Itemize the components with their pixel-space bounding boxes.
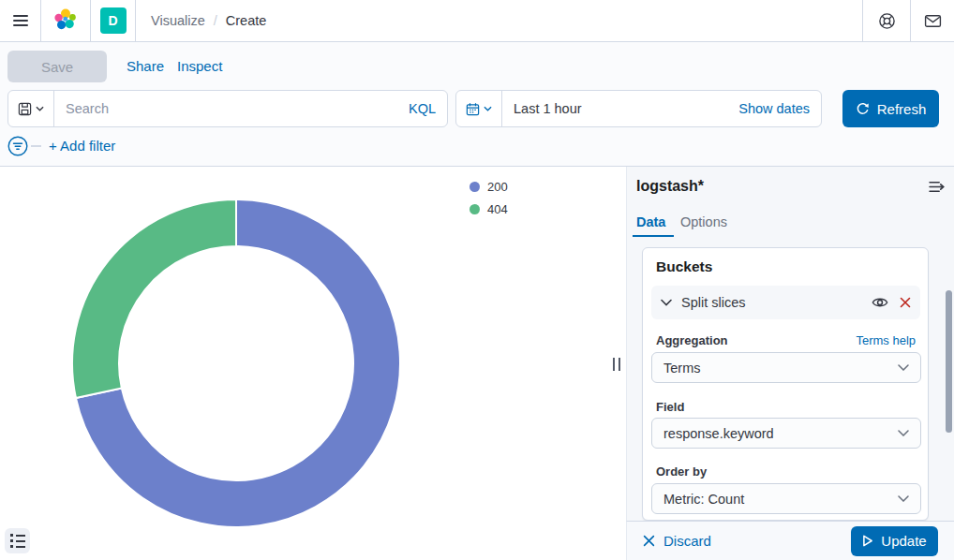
space-switcher[interactable]: D (91, 0, 135, 41)
query-language-button[interactable]: KQL (397, 101, 447, 116)
menu-right-icon (929, 179, 945, 195)
index-pattern-title: logstash* (636, 178, 704, 195)
buckets-card: Buckets Split slices A (642, 247, 929, 521)
share-button[interactable]: Share (127, 58, 164, 74)
chevron-down-icon (898, 364, 909, 371)
refresh-label: Refresh (877, 101, 927, 117)
tab-data[interactable]: Data (636, 214, 665, 229)
home-logo-button[interactable] (41, 0, 90, 41)
aggregation-value: Terms (663, 361, 700, 376)
search-input[interactable] (54, 101, 397, 116)
legend-item-404[interactable]: 404 (470, 202, 508, 216)
newsfeed-button[interactable] (911, 0, 954, 41)
list-icon (10, 534, 25, 548)
save-button[interactable]: Save (7, 51, 107, 82)
saved-query-menu-button[interactable] (8, 91, 54, 126)
filter-icon (7, 136, 28, 156)
discard-label: Discard (663, 533, 711, 549)
field-label: Field (656, 400, 684, 414)
panel-scrollbar[interactable] (946, 290, 952, 433)
close-icon (900, 297, 911, 308)
breadcrumb-separator: / (214, 13, 217, 28)
menu-button[interactable] (0, 0, 40, 41)
legend-label-404: 404 (487, 202, 508, 216)
panel-footer: Discard Update (626, 521, 954, 560)
add-filter-button[interactable]: + Add filter (49, 138, 115, 154)
play-icon (862, 535, 873, 547)
divider (135, 0, 136, 41)
config-panel: logstash* Data Options Buckets Split sli… (626, 167, 954, 521)
breadcrumb-visualize[interactable]: Visualize (151, 13, 205, 28)
legend-label-200: 200 (487, 180, 508, 194)
query-bar: KQL (7, 90, 448, 127)
legend-item-200[interactable]: 200 (470, 180, 508, 194)
split-slices-accordion[interactable]: Split slices (651, 286, 920, 319)
split-slices-label: Split slices (681, 295, 872, 310)
chevron-down-icon (898, 430, 909, 436)
update-label: Update (881, 533, 926, 549)
eye-icon (872, 296, 888, 309)
refresh-button[interactable]: Refresh (842, 90, 939, 127)
calendar-icon (466, 102, 480, 116)
quick-time-menu-button[interactable] (456, 91, 502, 126)
collapse-panel-button[interactable] (929, 179, 945, 198)
aggregation-label: Aggregation (656, 333, 728, 347)
tab-options[interactable]: Options (680, 214, 727, 229)
buckets-heading: Buckets (656, 258, 712, 275)
legend-toggle-button[interactable] (5, 528, 30, 553)
field-value: response.keyword (663, 426, 774, 441)
chevron-down-icon (484, 106, 492, 111)
field-select[interactable]: response.keyword (651, 418, 921, 449)
space-avatar: D (100, 7, 127, 34)
refresh-icon (856, 102, 870, 116)
legend-dot-404 (470, 204, 480, 214)
toggle-visibility-button[interactable] (872, 296, 888, 309)
elastic-logo-icon (53, 8, 78, 33)
top-header: D Visualize / Create (0, 0, 954, 42)
donut-chart (70, 198, 402, 529)
order-by-label: Order by (656, 464, 707, 479)
chevron-down-icon (36, 106, 44, 111)
show-dates-button[interactable]: Show dates (727, 101, 821, 116)
panel-resize-handle[interactable] (613, 358, 620, 371)
active-tab-underline (633, 235, 674, 237)
save-query-icon (18, 102, 32, 116)
terms-help-link[interactable]: Terms help (856, 333, 916, 347)
breadcrumb: Visualize / Create (151, 13, 266, 28)
help-icon (878, 12, 896, 30)
order-by-select[interactable]: Metric: Count (651, 483, 921, 514)
remove-bucket-button[interactable] (900, 297, 911, 308)
aggregation-select[interactable]: Terms (651, 352, 921, 383)
discard-button[interactable]: Discard (643, 533, 851, 549)
breadcrumb-create: Create (226, 13, 267, 28)
hamburger-icon (13, 15, 28, 26)
help-button[interactable] (863, 0, 910, 41)
chevron-down-icon (898, 495, 909, 502)
filter-dash (31, 145, 41, 147)
filter-menu-button[interactable] (7, 136, 28, 160)
time-range-value[interactable]: Last 1 hour (502, 101, 727, 116)
legend-dot-200 (470, 182, 480, 192)
chevron-down-icon (661, 299, 672, 306)
mail-icon (924, 12, 942, 30)
date-picker: Last 1 hour Show dates (455, 90, 822, 127)
cross-icon (643, 535, 655, 547)
donut-slice-404[interactable] (72, 199, 236, 398)
inspect-button[interactable]: Inspect (177, 58, 222, 74)
app-chrome: Save Share Inspect KQL (0, 42, 954, 167)
chart-legend: 200 404 (470, 180, 508, 216)
update-button[interactable]: Update (851, 526, 938, 556)
order-by-value: Metric: Count (663, 492, 744, 507)
